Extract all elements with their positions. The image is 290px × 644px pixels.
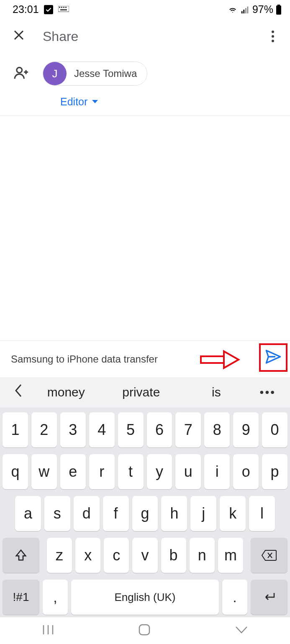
suggestion-bar: money private is •••	[0, 377, 290, 407]
key-g[interactable]: g	[132, 496, 158, 531]
divider	[0, 115, 290, 116]
contact-name: Jesse Tomiwa	[74, 68, 137, 79]
status-time: 23:01	[13, 3, 39, 15]
nav-bar	[0, 617, 290, 644]
key-r[interactable]: r	[89, 454, 115, 489]
key-f[interactable]: f	[103, 496, 129, 531]
permission-label: Editor	[60, 96, 87, 108]
battery-percent: 97%	[252, 3, 273, 15]
key-l[interactable]: l	[249, 496, 275, 531]
add-person-button[interactable]	[13, 65, 30, 82]
nav-back-button[interactable]	[218, 621, 265, 640]
svg-rect-4	[63, 7, 64, 8]
key-m[interactable]: m	[218, 538, 243, 573]
suggestion-1[interactable]: money	[28, 385, 104, 399]
nav-home-button[interactable]	[121, 619, 167, 642]
key-enter[interactable]	[251, 580, 287, 615]
contact-chip[interactable]: J Jesse Tomiwa	[43, 61, 147, 86]
wifi-icon	[227, 5, 238, 14]
key-t[interactable]: t	[118, 454, 144, 489]
key-9[interactable]: 9	[233, 412, 259, 447]
svg-rect-2	[59, 7, 60, 8]
more-options-button[interactable]	[268, 27, 277, 46]
keyboard: 1234567890 qwertyuiop asdfghjkl zxcvbnm …	[0, 407, 290, 617]
key-x[interactable]: x	[75, 538, 100, 573]
key-u[interactable]: u	[175, 454, 201, 489]
close-button[interactable]	[13, 28, 25, 45]
person-row: J Jesse Tomiwa	[0, 54, 290, 90]
svg-rect-12	[276, 5, 281, 15]
svg-rect-8	[243, 10, 244, 13]
svg-point-13	[17, 67, 22, 73]
key-b[interactable]: b	[161, 538, 186, 573]
key-y[interactable]: y	[147, 454, 172, 489]
key-2[interactable]: 2	[31, 412, 57, 447]
key-4[interactable]: 4	[89, 412, 115, 447]
suggestion-3[interactable]: is	[179, 385, 254, 399]
svg-rect-5	[65, 7, 67, 8]
key-q[interactable]: q	[3, 454, 28, 489]
key-p[interactable]: p	[262, 454, 287, 489]
key-k[interactable]: k	[220, 496, 246, 531]
caret-down-icon	[92, 98, 98, 106]
key-w[interactable]: w	[31, 454, 57, 489]
nav-recent-button[interactable]	[25, 620, 71, 641]
svg-rect-6	[60, 9, 67, 10]
key-z[interactable]: z	[47, 538, 72, 573]
svg-rect-14	[201, 356, 224, 363]
battery-icon	[276, 5, 282, 15]
key-j[interactable]: j	[190, 496, 216, 531]
key-backspace[interactable]	[251, 538, 287, 573]
suggestion-2[interactable]: private	[104, 385, 179, 399]
page-title: Share	[43, 29, 268, 44]
key-comma[interactable]: ,	[43, 580, 68, 615]
key-s[interactable]: s	[44, 496, 70, 531]
key-v[interactable]: v	[132, 538, 157, 573]
key-space[interactable]: English (UK)	[71, 580, 219, 615]
status-bar: 23:01 97%	[0, 0, 290, 17]
message-input[interactable]: Samsung to iPhone data transfer	[11, 353, 282, 365]
key-shift[interactable]	[3, 538, 39, 573]
suggestion-back-button[interactable]	[8, 383, 28, 401]
avatar: J	[43, 62, 67, 85]
key-5[interactable]: 5	[118, 412, 144, 447]
suggestion-more-button[interactable]: •••	[254, 386, 282, 399]
key-symbols[interactable]: !#1	[3, 580, 39, 615]
svg-rect-3	[61, 7, 62, 8]
key-c[interactable]: c	[104, 538, 129, 573]
svg-rect-0	[44, 5, 53, 14]
svg-rect-10	[247, 6, 249, 13]
checkbox-icon	[44, 5, 53, 14]
signal-icon	[241, 5, 250, 14]
key-d[interactable]: d	[74, 496, 100, 531]
key-a[interactable]: a	[15, 496, 41, 531]
key-3[interactable]: 3	[60, 412, 86, 447]
key-7[interactable]: 7	[175, 412, 201, 447]
header: Share	[0, 17, 290, 54]
key-0[interactable]: 0	[262, 412, 287, 447]
svg-rect-11	[277, 5, 280, 5]
svg-rect-15	[139, 625, 149, 635]
key-h[interactable]: h	[161, 496, 187, 531]
key-period[interactable]: .	[222, 580, 247, 615]
key-e[interactable]: e	[60, 454, 86, 489]
svg-rect-9	[245, 8, 246, 13]
annotation-arrow-icon	[199, 349, 241, 372]
key-i[interactable]: i	[204, 454, 230, 489]
key-8[interactable]: 8	[204, 412, 230, 447]
message-bar: Samsung to iPhone data transfer	[0, 340, 290, 377]
permission-dropdown[interactable]: Editor	[0, 90, 290, 115]
send-button[interactable]	[259, 343, 287, 372]
key-1[interactable]: 1	[3, 412, 28, 447]
key-o[interactable]: o	[233, 454, 259, 489]
svg-rect-7	[241, 11, 243, 13]
key-6[interactable]: 6	[147, 412, 172, 447]
keyboard-indicator-icon	[58, 6, 69, 13]
key-n[interactable]: n	[190, 538, 215, 573]
